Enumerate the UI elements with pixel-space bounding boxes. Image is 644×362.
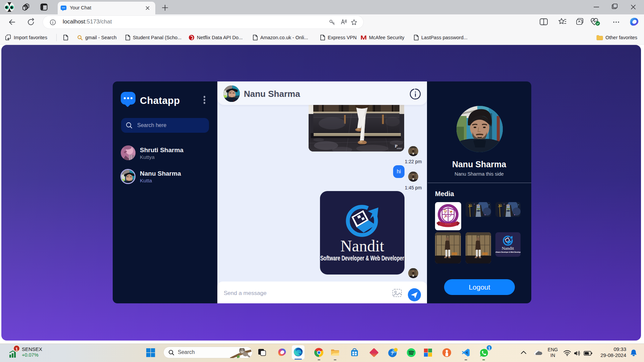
- svg-text:APER: APER: [397, 147, 402, 149]
- svg-text:Nandit: Nandit: [502, 246, 514, 251]
- svg-text:Software Developer & Web Devel: Software Developer & Web Developer: [495, 251, 521, 253]
- svg-text:Nandit: Nandit: [340, 237, 384, 255]
- svg-text:?: ?: [391, 351, 394, 356]
- svg-text:~ ~ ~ ~: ~ ~ ~ ~: [445, 223, 451, 225]
- svg-text:Software Developer & Web Devel: Software Developer & Web Developer: [320, 254, 404, 262]
